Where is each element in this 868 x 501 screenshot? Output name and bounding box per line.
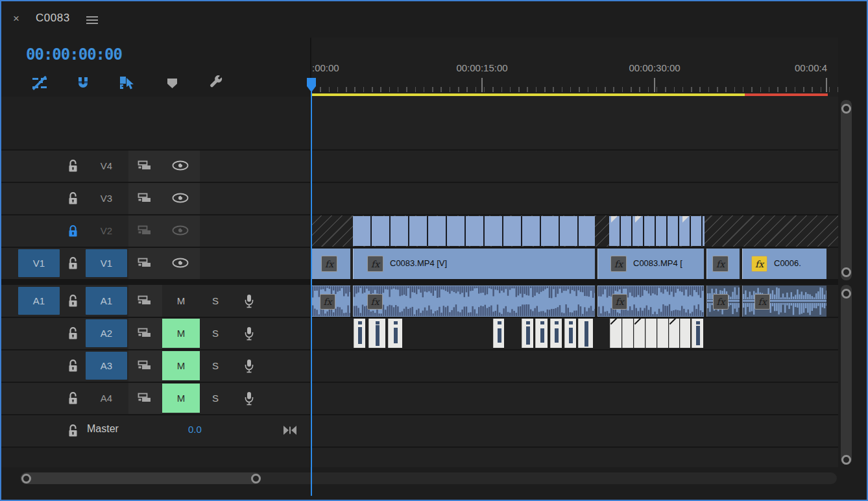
sfx-audio-clip[interactable] xyxy=(680,319,690,348)
current-timecode[interactable]: 00:00:00:00 xyxy=(26,45,122,64)
track-lock-button[interactable] xyxy=(67,224,78,238)
locked-clip[interactable] xyxy=(609,216,705,246)
audio-clip[interactable]: fx xyxy=(311,286,350,317)
sfx-audio-clip[interactable] xyxy=(522,319,533,348)
video-vertical-scroll-thumb[interactable] xyxy=(841,100,852,280)
time-ruler[interactable]: :00:0000:00:15:0000:00:30:0000:00:4 xyxy=(311,38,838,97)
nest-insert-toggle-icon xyxy=(31,75,48,91)
panel-menu-hamburger-icon[interactable] xyxy=(86,16,99,25)
add-marker-button[interactable] xyxy=(162,74,182,92)
sfx-audio-clip[interactable] xyxy=(354,319,365,348)
sync-lock-button[interactable] xyxy=(138,392,152,404)
sfx-audio-clip[interactable] xyxy=(578,319,593,348)
track-lock-button[interactable] xyxy=(67,191,78,205)
voiceover-record-button[interactable] xyxy=(244,326,254,341)
toggle-track-output-button[interactable] xyxy=(172,225,189,236)
audio-clip[interactable]: fx xyxy=(742,286,826,317)
solo-button[interactable]: S xyxy=(208,285,223,317)
sfx-audio-clip[interactable] xyxy=(692,319,703,348)
sync-lock-button[interactable] xyxy=(138,360,152,371)
sfx-audio-clip[interactable] xyxy=(669,319,679,348)
sync-lock-button[interactable] xyxy=(138,225,152,236)
video-clip[interactable]: fxC0083.MP4 [ xyxy=(597,249,704,279)
voiceover-record-button[interactable] xyxy=(244,391,254,406)
video-clip[interactable]: fxC0083.MP4 [V] xyxy=(353,249,595,279)
track-lock-button[interactable] xyxy=(67,424,78,437)
audio-clip[interactable]: fx xyxy=(706,286,740,317)
source-patch-a1[interactable]: A1 xyxy=(18,287,60,315)
track-lock-button[interactable] xyxy=(67,256,78,270)
track-lock-button[interactable] xyxy=(67,159,78,173)
sfx-audio-clip[interactable] xyxy=(564,319,576,348)
snap-magnet-button[interactable] xyxy=(73,74,93,92)
mute-button[interactable]: M xyxy=(162,319,200,348)
sync-lock-button[interactable] xyxy=(138,295,152,306)
mute-button[interactable]: M xyxy=(162,351,200,380)
track-target-a2[interactable]: A2 xyxy=(86,319,127,347)
locked-clip[interactable] xyxy=(353,216,595,246)
timeline-settings-wrench-button[interactable] xyxy=(206,74,225,92)
sequence-tab-title[interactable]: C0083 xyxy=(36,12,70,25)
toggle-track-output-button[interactable] xyxy=(172,258,189,268)
toggle-track-output-button[interactable] xyxy=(172,160,189,171)
sync-lock-button[interactable] xyxy=(138,257,152,269)
video-clip[interactable]: fx xyxy=(311,249,350,279)
sfx-audio-clip[interactable] xyxy=(550,319,562,348)
source-patch-v1[interactable]: V1 xyxy=(18,249,60,277)
audio-vertical-scroll-thumb[interactable] xyxy=(841,285,852,465)
sfx-audio-clip[interactable] xyxy=(645,319,657,348)
track-target-v4[interactable]: V4 xyxy=(86,152,127,180)
close-panel-icon[interactable]: × xyxy=(13,12,19,25)
solo-button[interactable]: S xyxy=(208,382,223,414)
audio-clip[interactable]: fx xyxy=(597,286,704,317)
track-target-a4[interactable]: A4 xyxy=(86,384,127,412)
voiceover-record-button[interactable] xyxy=(244,294,254,308)
sfx-audio-clip[interactable] xyxy=(657,319,668,348)
master-meter-bowtie-icon[interactable] xyxy=(283,426,297,435)
scroll-zoom-handle[interactable] xyxy=(251,474,261,483)
solo-button[interactable]: S xyxy=(208,350,223,382)
video-clip[interactable]: fx xyxy=(706,249,740,279)
track-lock-button[interactable] xyxy=(67,391,78,405)
track-target-v3[interactable]: V3 xyxy=(86,184,127,212)
scroll-zoom-handle[interactable] xyxy=(21,474,31,483)
playhead-line[interactable] xyxy=(311,78,312,496)
sfx-audio-clip[interactable] xyxy=(535,319,548,348)
audio-clip[interactable]: fx xyxy=(353,286,595,317)
sfx-audio-clip[interactable] xyxy=(634,319,645,348)
track-target-a3[interactable]: A3 xyxy=(86,352,127,380)
lock-open-icon xyxy=(67,257,78,270)
solo-button[interactable]: S xyxy=(208,317,223,349)
track-target-v2[interactable]: V2 xyxy=(86,217,127,245)
vertical-scroll-handle[interactable] xyxy=(841,455,851,465)
vertical-scroll-handle[interactable] xyxy=(841,104,851,114)
voiceover-record-button[interactable] xyxy=(244,359,254,373)
video-clip[interactable]: fxC0006. xyxy=(742,249,826,279)
sync-lock-button[interactable] xyxy=(138,327,152,339)
track-lock-button[interactable] xyxy=(67,326,78,340)
sync-lock-button[interactable] xyxy=(138,160,152,171)
sync-lock-icon xyxy=(138,327,152,339)
sfx-audio-clip[interactable] xyxy=(622,319,633,348)
microphone-icon xyxy=(244,326,254,341)
toggle-track-output-button[interactable] xyxy=(172,193,189,203)
horizontal-zoom-thumb[interactable] xyxy=(21,472,261,484)
vertical-scroll-handle[interactable] xyxy=(841,267,851,277)
track-lock-button[interactable] xyxy=(67,294,78,308)
track-lock-button[interactable] xyxy=(67,359,78,373)
sfx-audio-clip[interactable] xyxy=(610,319,621,348)
vertical-scroll-handle[interactable] xyxy=(841,289,851,299)
sfx-waveform-bar xyxy=(555,328,559,343)
track-target-v1[interactable]: V1 xyxy=(86,249,127,277)
sfx-audio-clip[interactable] xyxy=(493,319,504,348)
master-volume-value[interactable]: 0.0 xyxy=(188,424,202,435)
mute-button[interactable]: M xyxy=(162,384,200,413)
mute-button[interactable]: M xyxy=(162,286,200,315)
linked-selection-button[interactable] xyxy=(117,74,136,92)
lock-open-icon xyxy=(67,160,78,173)
nest-insert-toggle-button[interactable] xyxy=(30,74,49,92)
sfx-audio-clip[interactable] xyxy=(388,319,402,348)
track-target-a1[interactable]: A1 xyxy=(86,287,127,315)
sfx-audio-clip[interactable] xyxy=(368,319,385,348)
sync-lock-button[interactable] xyxy=(138,192,152,204)
